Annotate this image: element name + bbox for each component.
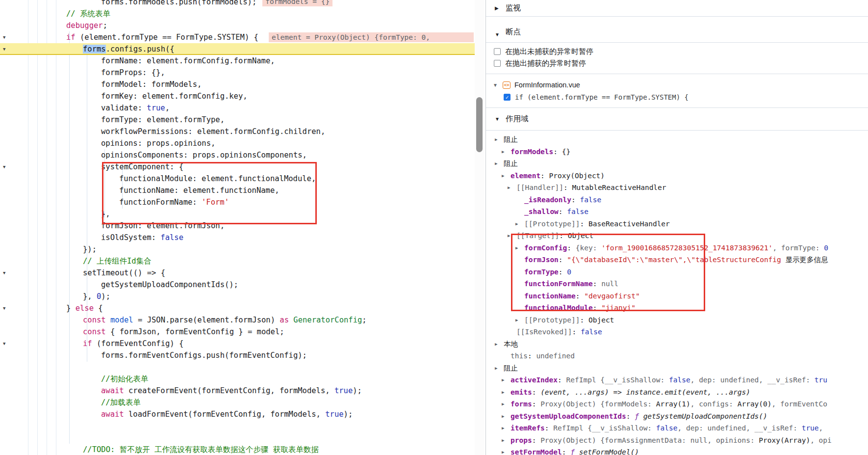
code-line[interactable]: }, 0); — [0, 291, 475, 302]
pause-caught-exceptions-row[interactable]: 在抛出捕获的异常时暂停 — [486, 57, 868, 69]
code-line[interactable] — [0, 361, 475, 373]
scope-tree-row[interactable]: ▶[[Target]]: Object — [486, 230, 868, 242]
code-line[interactable]: }); — [0, 243, 475, 255]
expand-arrow-icon[interactable]: ▶ — [495, 158, 497, 170]
code-line[interactable]: formProps: {}, — [0, 67, 475, 79]
expand-arrow-icon[interactable]: ▶ — [502, 398, 504, 410]
code-line[interactable]: ▼setTimeout(() => { — [0, 267, 475, 279]
code-line[interactable]: //初始化表单 — [0, 373, 475, 385]
scope-tree-row[interactable]: functionFormName: null — [486, 278, 868, 290]
code-line[interactable]: functionFormName: 'Form' — [0, 196, 475, 208]
code-line[interactable]: forms.formModels.push(formModels);formMo… — [0, 0, 475, 8]
fold-arrow-icon[interactable]: ▼ — [3, 267, 10, 279]
breakpoint-file-row[interactable]: ▼ <> FormInformation.vue — [486, 79, 868, 91]
expand-arrow-icon[interactable]: ▶ — [508, 182, 510, 194]
expand-arrow-icon[interactable]: ▶ — [502, 374, 504, 386]
scope-tree-row[interactable]: formJson: "{\"databaseId\":\"master\",\"… — [486, 254, 868, 266]
code-line[interactable]: }, — [0, 208, 475, 220]
expand-arrow-icon[interactable]: ▶ — [502, 170, 504, 182]
breakpoint-entry-row[interactable]: ✓ if (element.formType == FormType.SYSTE… — [486, 91, 868, 103]
scope-tree-row[interactable]: ▶本地 — [486, 338, 868, 350]
scope-tree-row[interactable]: ▶阻止 — [486, 362, 868, 375]
scope-tree-row[interactable]: ▶props: Proxy(Object) {formAssignmentDat… — [486, 434, 868, 447]
code-line[interactable]: functionName: element.functionName, — [0, 185, 475, 196]
code-line[interactable]: // 系统表单 — [0, 8, 475, 20]
code-line[interactable]: ▼} else { — [0, 302, 475, 314]
code-line[interactable]: ▼systemComponent: { — [0, 161, 475, 173]
code-line[interactable]: formJson: element.formJson, — [0, 220, 475, 232]
code-line[interactable]: //TODO: 暂不放开 工作流设有获取表单数据这个步骤 获取表单数据 — [0, 444, 475, 455]
code-editor[interactable]: forms.formModels.push(formModels);formMo… — [0, 0, 485, 455]
breakpoint-enabled-checkbox[interactable]: ✓ — [504, 94, 511, 101]
fold-arrow-icon[interactable]: ▼ — [3, 338, 10, 349]
execution-line[interactable]: ▼forms.configs.push({ — [0, 43, 475, 55]
scope-tree-row[interactable]: ▶itemRefs: RefImpl {__v_isShallow: false… — [486, 422, 868, 434]
expand-arrow-icon[interactable]: ▶ — [502, 446, 504, 455]
code-line[interactable]: debugger; — [0, 20, 475, 31]
scope-tree-row[interactable]: _isReadonly: false — [486, 194, 868, 206]
fold-arrow-icon[interactable]: ▼ — [3, 43, 10, 55]
code-line[interactable]: formKey: element.formConfig.key, — [0, 90, 475, 102]
breakpoints-section-header[interactable]: ▼ 断点 — [486, 17, 868, 43]
code-line[interactable]: formName: element.formConfig.formName, — [0, 55, 475, 67]
code-line[interactable]: //加载表单 — [0, 397, 475, 408]
editor-scrollbar-thumb[interactable] — [476, 97, 483, 152]
scope-tree-row[interactable]: ▶阻止 — [486, 134, 868, 146]
expand-arrow-icon[interactable]: ▶ — [495, 134, 497, 146]
code-line[interactable]: validate: true, — [0, 102, 475, 114]
expand-arrow-icon[interactable]: ▶ — [508, 230, 510, 242]
code-line[interactable]: getSystemUploadComponentIds(); — [0, 279, 475, 291]
code-line[interactable]: opinionsComponents: props.opinionsCompon… — [0, 149, 475, 161]
pause-caught-checkbox[interactable] — [494, 60, 501, 67]
expand-arrow-icon[interactable]: ▶ — [502, 422, 504, 434]
code-line[interactable]: functionalModule: element.functionalModu… — [0, 173, 475, 185]
expand-arrow-icon[interactable]: ▶ — [495, 338, 497, 350]
expand-arrow-icon[interactable]: ▶ — [515, 314, 518, 326]
scope-tree-row[interactable]: functionName: "devgaofirst" — [486, 290, 868, 302]
expand-arrow-icon[interactable]: ▶ — [502, 434, 504, 447]
code-line[interactable]: forms.formEventConfigs.push(formEventCon… — [0, 349, 475, 361]
code-line[interactable]: // 上传组件Id集合 — [0, 255, 475, 267]
scope-section-header[interactable]: ▼ 作用域 — [486, 108, 868, 131]
expand-arrow-icon[interactable]: ▶ — [515, 242, 518, 254]
editor-scrollbar-track[interactable] — [475, 0, 485, 455]
code-line[interactable]: ▼if (element.formType == FormType.SYSTEM… — [0, 31, 475, 43]
scope-tree-row[interactable]: ▶forms: Proxy(Object) {formModels: Array… — [486, 398, 868, 410]
scope-tree-row[interactable]: this: undefined — [486, 350, 868, 362]
code-line[interactable]: opinions: props.opinions, — [0, 137, 475, 149]
scope-tree-row[interactable]: ▶setFormModel: ƒ setFormModel() — [486, 446, 868, 455]
code-line[interactable]: const { formJson, formEventConfig } = mo… — [0, 326, 475, 338]
fold-arrow-icon[interactable]: ▼ — [3, 31, 10, 43]
expand-arrow-icon[interactable]: ▶ — [502, 146, 504, 158]
scope-tree-row[interactable]: ▶阻止 — [486, 158, 868, 170]
expand-arrow-icon[interactable]: ▶ — [502, 410, 504, 423]
fold-arrow-icon[interactable]: ▼ — [3, 302, 10, 314]
code-line[interactable] — [0, 420, 475, 432]
scope-tree-row[interactable]: ▶[[Handler]]: MutableReactiveHandler — [486, 182, 868, 194]
scope-tree-row[interactable]: _shallow: false — [486, 206, 868, 218]
code-line[interactable]: await createFormEvent(formEventConfig, f… — [0, 385, 475, 397]
code-line[interactable]: formType: element.formType, — [0, 114, 475, 126]
scope-tree-row[interactable]: formType: 0 — [486, 266, 868, 278]
code-line[interactable]: workflowPermissions: element.formConfig.… — [0, 126, 475, 137]
scope-tree-row[interactable]: [[IsRevoked]]: false — [486, 326, 868, 338]
code-line[interactable]: isOldSystem: false — [0, 232, 475, 243]
scope-tree-row[interactable]: ▶element: Proxy(Object) — [486, 170, 868, 182]
pause-uncaught-exceptions-row[interactable]: 在抛出未捕获的异常时暂停 — [486, 46, 868, 57]
scope-tree-row[interactable]: functionalModule: "jianyi" — [486, 302, 868, 314]
scope-tree-row[interactable]: ▶getSystemUploadComponentIds: ƒ getSyste… — [486, 410, 868, 423]
expand-arrow-icon[interactable]: ▶ — [502, 386, 504, 399]
scope-tree-row[interactable]: ▶activeIndex: RefImpl {__v_isShallow: fa… — [486, 374, 868, 386]
code-line[interactable]: ▼if (formEventConfig) { — [0, 338, 475, 349]
watch-section-header[interactable]: ▶ 监视 — [486, 0, 868, 17]
scope-tree-row[interactable]: ▶emits: (event, ...args) => instance.emi… — [486, 386, 868, 399]
scope-tree-row[interactable]: ▶formModels: {} — [486, 146, 868, 158]
scope-tree-row[interactable]: ▶[[Prototype]]: Object — [486, 314, 868, 326]
code-line[interactable] — [0, 432, 475, 444]
scope-tree-row[interactable]: ▶formConfig: {key: 'form_190016868572830… — [486, 242, 868, 254]
expand-arrow-icon[interactable]: ▶ — [515, 218, 518, 230]
fold-arrow-icon[interactable]: ▼ — [3, 161, 10, 173]
expand-arrow-icon[interactable]: ▶ — [495, 362, 497, 375]
code-line[interactable]: await loadFormEvent(formEventConfig, for… — [0, 408, 475, 420]
code-line[interactable]: formModel: formModels, — [0, 79, 475, 90]
